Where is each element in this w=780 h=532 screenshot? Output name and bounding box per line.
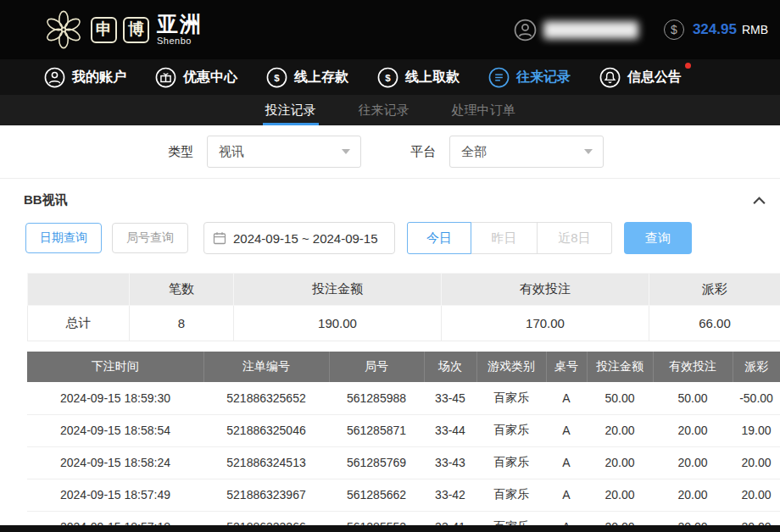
nav-label: 线上取款 bbox=[405, 69, 460, 86]
header-bet-time: 下注时间 bbox=[27, 352, 203, 382]
cell-payout: 20.00 bbox=[733, 479, 780, 511]
nav-label: 我的账户 bbox=[72, 69, 126, 86]
search-button[interactable]: 查询 bbox=[624, 222, 692, 254]
logo-char-box: 申 bbox=[91, 17, 117, 43]
yesterday-button[interactable]: 昨日 bbox=[471, 222, 538, 254]
tab-betting-records[interactable]: 投注记录 bbox=[263, 95, 319, 125]
cell-round: 561285988 bbox=[329, 382, 424, 414]
cell-amount-link[interactable]: 20.00 bbox=[587, 414, 653, 446]
round-query-button[interactable]: 局号查询 bbox=[112, 223, 188, 253]
logo-subtitle: Shenbo bbox=[157, 36, 203, 46]
summary-count: 8 bbox=[130, 306, 234, 341]
chevron-up-icon[interactable] bbox=[752, 196, 766, 205]
header-game-type: 游戏类别 bbox=[476, 352, 546, 382]
top-bar: 申 博 亚洲 Shenbo $ 324.95 RMB bbox=[0, 0, 780, 59]
withdraw-coin-icon: $ bbox=[377, 67, 398, 88]
header-bet-amount: 投注金额 bbox=[587, 352, 653, 382]
summary-header-payout: 派彩 bbox=[649, 274, 780, 306]
cell-amount-link[interactable]: 50.00 bbox=[587, 382, 653, 414]
balance-currency: RMB bbox=[742, 23, 768, 36]
nav-label: 线上存款 bbox=[294, 69, 348, 86]
summary-header-count: 笔数 bbox=[130, 274, 234, 306]
nav-item-announcements[interactable]: 信息公告 bbox=[599, 67, 682, 88]
table-row: 2024-09-15 18:58:54 521886325046 5612858… bbox=[27, 414, 780, 446]
section-title: BB视讯 bbox=[24, 192, 68, 208]
nav-label: 优惠中心 bbox=[183, 69, 237, 86]
subnav: 投注记录 往来记录 处理中订单 bbox=[0, 95, 780, 125]
nav-item-promotions[interactable]: 优惠中心 bbox=[155, 67, 237, 88]
nav-item-withdraw[interactable]: $ 线上取款 bbox=[377, 67, 460, 88]
header-bet-id: 注单编号 bbox=[203, 352, 329, 382]
logo-char-box: 博 bbox=[123, 17, 149, 43]
last8days-button[interactable]: 近8日 bbox=[538, 222, 612, 254]
header-table-no: 桌号 bbox=[546, 352, 587, 382]
account-area: $ 324.95 RMB bbox=[514, 19, 768, 42]
platform-select[interactable]: 全部 bbox=[449, 136, 604, 168]
summary-bet-amount: 190.00 bbox=[234, 306, 442, 341]
header-round: 局号 bbox=[329, 352, 424, 382]
type-select[interactable]: 视讯 bbox=[207, 136, 361, 168]
cell-time: 2024-09-15 18:58:54 bbox=[27, 414, 203, 446]
summary-header-row: 笔数 投注金额 有效投注 派彩 bbox=[28, 274, 780, 306]
header-payout: 派彩 bbox=[733, 352, 780, 382]
type-select-value: 视讯 bbox=[219, 144, 342, 160]
cell-time: 2024-09-15 18:59:30 bbox=[27, 382, 203, 414]
type-label: 类型 bbox=[168, 144, 193, 160]
notification-dot bbox=[685, 63, 691, 69]
summary-table: 笔数 投注金额 有效投注 派彩 总计 8 190.00 170.00 66.00 bbox=[27, 273, 780, 341]
quick-range-group: 今日 昨日 近8日 bbox=[407, 222, 612, 254]
date-range-input[interactable]: 2024-09-15 ~ 2024-09-15 bbox=[203, 222, 395, 254]
site-logo: 申 博 亚洲 Shenbo bbox=[42, 8, 203, 51]
records-icon bbox=[488, 67, 510, 88]
cell-amount-link[interactable]: 20.00 bbox=[587, 446, 653, 479]
dollar-icon: $ bbox=[664, 19, 684, 40]
filter-row: 类型 视讯 平台 全部 bbox=[0, 125, 780, 179]
bet-records-table: 下注时间 注单编号 局号 场次 游戏类别 桌号 投注金额 有效投注 派彩 202… bbox=[27, 352, 780, 532]
deposit-coin-icon: $ bbox=[266, 67, 287, 88]
cell-round: 561285769 bbox=[329, 446, 424, 479]
cell-valid: 20.00 bbox=[653, 446, 733, 479]
query-controls: 日期查询 局号查询 2024-09-15 ~ 2024-09-15 今日 昨日 … bbox=[25, 222, 780, 254]
cell-time: 2024-09-15 18:58:24 bbox=[27, 446, 203, 479]
svg-text:$: $ bbox=[274, 72, 280, 82]
summary-total-label: 总计 bbox=[28, 306, 130, 341]
table-row: 2024-09-15 18:58:24 521886324513 5612857… bbox=[27, 446, 780, 479]
cell-amount-link[interactable]: 20.00 bbox=[587, 479, 653, 511]
nav-item-deposit[interactable]: $ 线上存款 bbox=[266, 67, 348, 88]
cell-bet-id: 521886325046 bbox=[203, 414, 329, 446]
footer-strip bbox=[0, 525, 780, 532]
today-button[interactable]: 今日 bbox=[407, 222, 471, 254]
nav-label: 往来记录 bbox=[516, 69, 571, 86]
cell-valid: 20.00 bbox=[653, 414, 733, 446]
user-icon bbox=[44, 67, 65, 88]
summary-header-empty bbox=[28, 274, 130, 306]
date-query-button[interactable]: 日期查询 bbox=[25, 223, 102, 253]
balance-amount: 324.95 bbox=[693, 21, 737, 38]
cell-game: 百家乐 bbox=[476, 382, 546, 414]
cell-table: A bbox=[546, 382, 587, 414]
platform-label: 平台 bbox=[410, 144, 436, 160]
cell-session: 33-42 bbox=[424, 479, 476, 511]
tab-transaction-records[interactable]: 往来记录 bbox=[356, 95, 412, 125]
calendar-icon bbox=[213, 231, 226, 245]
flower-logo-icon bbox=[42, 8, 85, 51]
nav-item-my-account[interactable]: 我的账户 bbox=[44, 67, 126, 88]
bell-icon bbox=[599, 67, 621, 88]
main-nav: 我的账户 优惠中心 $ 线上存款 $ 线上取款 bbox=[0, 59, 780, 95]
header-valid-bet: 有效投注 bbox=[653, 352, 733, 382]
tab-processing-orders[interactable]: 处理中订单 bbox=[449, 95, 518, 125]
summary-header-bet-amount: 投注金额 bbox=[234, 274, 442, 306]
platform-select-value: 全部 bbox=[461, 144, 584, 160]
cell-time: 2024-09-15 18:57:49 bbox=[27, 479, 203, 511]
table-row: 2024-09-15 18:59:30 521886325652 5612859… bbox=[27, 382, 780, 414]
cell-game: 百家乐 bbox=[476, 446, 546, 479]
table-row: 2024-09-15 18:57:49 521886323967 5612856… bbox=[27, 479, 780, 511]
gift-icon bbox=[155, 67, 176, 88]
chevron-down-icon bbox=[584, 149, 593, 154]
cell-table: A bbox=[546, 414, 587, 446]
chevron-down-icon bbox=[342, 149, 350, 154]
nav-item-records[interactable]: 往来记录 bbox=[488, 67, 571, 88]
username-redacted bbox=[543, 21, 638, 39]
avatar-icon[interactable] bbox=[514, 19, 537, 42]
cell-table: A bbox=[546, 479, 587, 511]
